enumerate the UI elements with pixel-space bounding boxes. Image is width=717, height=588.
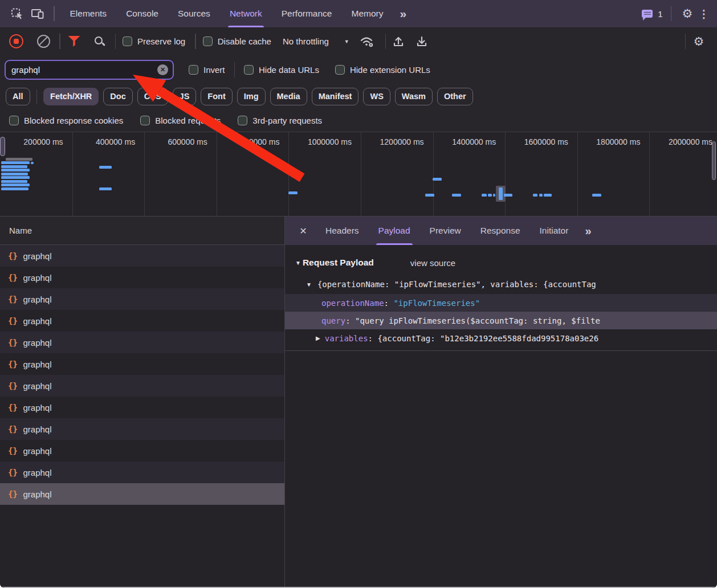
preserve-log-checkbox[interactable]: Preserve log bbox=[123, 36, 185, 46]
filter-pill-all[interactable]: All bbox=[6, 88, 30, 105]
waterfall-bar-blue bbox=[1, 187, 28, 190]
timeline-tick-label: 800000 ms bbox=[240, 137, 279, 146]
request-table: Name {}graphql{}graphql{}graphql{}graphq… bbox=[0, 217, 285, 588]
export-har-icon[interactable] bbox=[413, 32, 430, 51]
filter-pill-wasm[interactable]: Wasm bbox=[395, 88, 433, 105]
record-network-log-icon[interactable] bbox=[9, 34, 23, 48]
tab-sources[interactable]: Sources bbox=[177, 0, 211, 27]
tab-network[interactable]: Network bbox=[229, 0, 263, 27]
request-row[interactable]: {}graphql bbox=[0, 440, 284, 462]
payload-root-row[interactable]: ▼ {operationName: "ipFlowTimeseries", va… bbox=[285, 275, 717, 294]
filter-pill-doc[interactable]: Doc bbox=[103, 88, 132, 105]
waterfall-bar-blue bbox=[99, 166, 112, 169]
json-request-icon: {} bbox=[8, 360, 17, 369]
request-name: graphql bbox=[23, 489, 51, 499]
timeline-scrollbar-thumb[interactable] bbox=[712, 141, 716, 180]
json-value: "ipFlowTimeseries" bbox=[393, 299, 480, 308]
tab-console[interactable]: Console bbox=[125, 0, 159, 27]
kebab-menu-icon[interactable]: ⋮ bbox=[699, 5, 708, 23]
3rd-party-requests-checkbox[interactable]: 3rd-party requests bbox=[238, 116, 322, 125]
timeline-gridline bbox=[72, 132, 73, 216]
network-filter-input[interactable]: graphql ✕ bbox=[5, 60, 174, 80]
detail-tab-preview[interactable]: Preview bbox=[430, 217, 461, 245]
detail-tab-payload[interactable]: Payload bbox=[378, 217, 410, 245]
request-row[interactable]: {}graphql bbox=[0, 245, 284, 267]
throttling-select[interactable]: No throttling ▼ bbox=[283, 36, 349, 46]
checkbox-icon bbox=[238, 116, 247, 125]
json-separator: : bbox=[345, 316, 355, 325]
request-row[interactable]: {}graphql bbox=[0, 483, 284, 505]
disable-cache-checkbox[interactable]: Disable cache bbox=[203, 36, 271, 46]
timeline-gridline bbox=[288, 132, 289, 216]
network-toolbar: Preserve log Disable cache No throttling… bbox=[0, 27, 717, 55]
filter-funnel-icon[interactable] bbox=[68, 36, 80, 47]
issues-count: 1 bbox=[658, 9, 662, 19]
inspect-element-icon[interactable] bbox=[9, 5, 26, 23]
tab-elements[interactable]: Elements bbox=[70, 0, 108, 27]
detail-tab-response[interactable]: Response bbox=[480, 217, 520, 245]
hide-extension-urls-checkbox[interactable]: Hide extension URLs bbox=[335, 65, 430, 75]
filter-pill-img[interactable]: Img bbox=[237, 88, 266, 105]
details-tabs: HeadersPayloadPreviewResponseInitiator bbox=[316, 217, 578, 245]
request-row[interactable]: {}graphql bbox=[0, 267, 284, 288]
request-row[interactable]: {}graphql bbox=[0, 353, 284, 375]
request-row[interactable]: {}graphql bbox=[0, 397, 284, 418]
more-tabs-icon[interactable]: » bbox=[394, 5, 412, 23]
expand-caret-icon[interactable]: ▶ bbox=[316, 335, 320, 341]
checkbox-label: Preserve log bbox=[137, 36, 185, 46]
checkbox-icon bbox=[335, 65, 345, 75]
network-conditions-icon[interactable] bbox=[358, 32, 376, 51]
waterfall-bar-blue bbox=[539, 194, 543, 197]
filter-pill-media[interactable]: Media bbox=[270, 88, 307, 105]
import-har-icon[interactable] bbox=[390, 32, 407, 51]
collapse-caret-icon[interactable]: ▼ bbox=[306, 281, 312, 288]
timeline-tick-label: 1600000 ms bbox=[524, 137, 568, 146]
filter-pill-ws[interactable]: WS bbox=[363, 88, 390, 105]
filter-pill-other[interactable]: Other bbox=[437, 88, 473, 105]
json-key: query bbox=[321, 316, 345, 325]
payload-row-variables[interactable]: ▶ variables: {accountTag: "b12e3b2192ee5… bbox=[285, 329, 717, 347]
timeline-gridline bbox=[361, 132, 361, 216]
request-row[interactable]: {}graphql bbox=[0, 418, 284, 440]
json-separator: : bbox=[368, 334, 378, 343]
network-overview-timeline[interactable]: 200000 ms400000 ms600000 ms800000 ms1000… bbox=[0, 132, 717, 217]
filter-pill-js[interactable]: JS bbox=[173, 88, 197, 105]
request-row[interactable]: {}graphql bbox=[0, 288, 284, 310]
timeline-left-handle[interactable] bbox=[0, 137, 5, 156]
more-detail-tabs-icon[interactable]: » bbox=[585, 224, 591, 238]
blocked-response-cookies-checkbox[interactable]: Blocked response cookies bbox=[9, 116, 123, 125]
filter-pill-fetch-xhr[interactable]: Fetch/XHR bbox=[43, 88, 99, 105]
main-tabbar: ElementsConsoleSourcesNetworkPerformance… bbox=[0, 0, 717, 27]
divider bbox=[234, 62, 235, 77]
request-row[interactable]: {}graphql bbox=[0, 332, 284, 353]
name-column-header[interactable]: Name bbox=[0, 217, 284, 245]
payload-row-operationname[interactable]: operationName: "ipFlowTimeseries" bbox=[285, 294, 717, 312]
detail-tab-headers[interactable]: Headers bbox=[325, 217, 359, 245]
request-row[interactable]: {}graphql bbox=[0, 310, 284, 332]
timeline-tick-label: 600000 ms bbox=[168, 137, 207, 146]
pill-divider bbox=[36, 89, 38, 104]
request-row[interactable]: {}graphql bbox=[0, 462, 284, 483]
network-settings-gear-icon[interactable]: ⚙ bbox=[690, 32, 707, 51]
filter-pill-font[interactable]: Font bbox=[201, 88, 232, 105]
search-icon[interactable] bbox=[93, 35, 106, 48]
close-details-icon[interactable]: ✕ bbox=[296, 226, 310, 236]
settings-gear-icon[interactable]: ⚙ bbox=[679, 5, 696, 23]
divider bbox=[385, 34, 386, 49]
blocked-requests-checkbox[interactable]: Blocked requests bbox=[140, 116, 221, 125]
issues-button[interactable]: 1 bbox=[642, 9, 662, 19]
tab-memory[interactable]: Memory bbox=[351, 0, 384, 27]
filter-pill-css[interactable]: CSS bbox=[137, 88, 168, 105]
invert-checkbox[interactable]: Invert bbox=[189, 65, 225, 75]
view-source-link[interactable]: view source bbox=[410, 258, 455, 268]
clear-network-log-icon[interactable] bbox=[37, 35, 50, 48]
detail-tab-initiator[interactable]: Initiator bbox=[540, 217, 569, 245]
tab-performance[interactable]: Performance bbox=[281, 0, 333, 27]
filter-pill-manifest[interactable]: Manifest bbox=[312, 88, 359, 105]
request-row[interactable]: {}graphql bbox=[0, 375, 284, 397]
collapse-caret-icon[interactable]: ▼ bbox=[295, 260, 301, 266]
device-toolbar-icon[interactable] bbox=[29, 5, 46, 23]
hide-data-urls-checkbox[interactable]: Hide data URLs bbox=[244, 65, 319, 75]
payload-row-query[interactable]: query: "query ipFlowTimeseries($accountT… bbox=[285, 312, 717, 329]
clear-filter-icon[interactable]: ✕ bbox=[157, 64, 168, 75]
